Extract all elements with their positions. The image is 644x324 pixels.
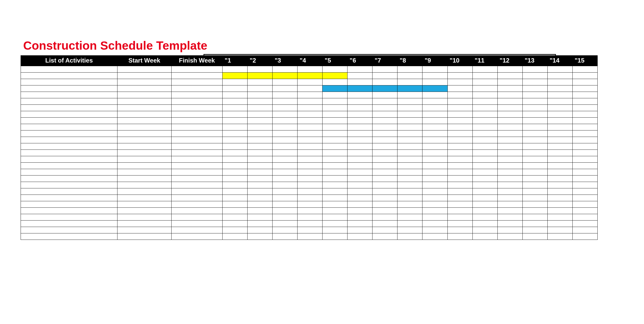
start-week-cell[interactable]	[117, 214, 172, 221]
week-cell[interactable]	[298, 79, 323, 85]
week-cell[interactable]	[298, 169, 323, 176]
finish-week-cell[interactable]	[171, 137, 223, 143]
activity-cell[interactable]	[21, 214, 117, 221]
week-cell[interactable]	[248, 163, 273, 169]
week-cell[interactable]	[497, 176, 522, 182]
week-cell[interactable]	[323, 156, 348, 163]
week-cell[interactable]	[223, 105, 248, 111]
week-cell[interactable]	[497, 208, 522, 214]
week-cell[interactable]	[397, 176, 422, 182]
week-cell[interactable]	[248, 79, 273, 85]
week-cell[interactable]	[348, 208, 372, 214]
week-cell[interactable]	[372, 221, 397, 227]
week-cell[interactable]	[522, 137, 547, 143]
week-cell[interactable]	[298, 124, 323, 130]
week-cell[interactable]	[372, 227, 397, 233]
start-week-cell[interactable]	[117, 118, 172, 124]
activity-cell[interactable]	[21, 105, 117, 111]
week-cell[interactable]	[223, 214, 248, 221]
week-cell[interactable]	[397, 227, 422, 233]
week-cell[interactable]	[323, 150, 348, 156]
week-cell[interactable]	[422, 208, 447, 214]
activity-cell[interactable]	[21, 73, 117, 79]
week-cell[interactable]	[447, 66, 472, 73]
activity-cell[interactable]	[21, 221, 117, 227]
start-week-cell[interactable]	[117, 137, 172, 143]
week-cell[interactable]	[298, 150, 323, 156]
week-cell[interactable]	[248, 233, 273, 240]
week-cell[interactable]	[323, 176, 348, 182]
week-cell[interactable]	[273, 124, 298, 130]
week-cell[interactable]	[223, 143, 248, 150]
week-cell[interactable]	[547, 98, 572, 105]
week-cell[interactable]	[273, 176, 298, 182]
finish-week-cell[interactable]	[171, 169, 223, 176]
week-cell[interactable]	[323, 163, 348, 169]
week-cell[interactable]	[472, 150, 497, 156]
week-cell[interactable]	[348, 221, 372, 227]
week-cell[interactable]	[472, 124, 497, 130]
week-cell[interactable]	[372, 98, 397, 105]
start-week-cell[interactable]	[117, 85, 172, 92]
gantt-bar-cell[interactable]	[223, 73, 248, 79]
week-cell[interactable]	[472, 85, 497, 92]
week-cell[interactable]	[298, 105, 323, 111]
finish-week-cell[interactable]	[171, 66, 223, 73]
week-cell[interactable]	[348, 66, 372, 73]
week-cell[interactable]	[273, 130, 298, 137]
week-cell[interactable]	[372, 105, 397, 111]
week-cell[interactable]	[397, 124, 422, 130]
week-cell[interactable]	[572, 221, 597, 227]
week-cell[interactable]	[572, 169, 597, 176]
week-cell[interactable]	[372, 188, 397, 195]
week-cell[interactable]	[298, 233, 323, 240]
week-cell[interactable]	[447, 188, 472, 195]
week-cell[interactable]	[397, 73, 422, 79]
finish-week-cell[interactable]	[171, 98, 223, 105]
week-cell[interactable]	[447, 92, 472, 98]
gantt-bar-cell[interactable]	[422, 85, 447, 92]
week-cell[interactable]	[572, 79, 597, 85]
week-cell[interactable]	[497, 118, 522, 124]
week-cell[interactable]	[348, 169, 372, 176]
week-cell[interactable]	[572, 227, 597, 233]
week-cell[interactable]	[422, 195, 447, 201]
week-cell[interactable]	[572, 182, 597, 188]
week-cell[interactable]	[472, 79, 497, 85]
week-cell[interactable]	[273, 143, 298, 150]
week-cell[interactable]	[397, 150, 422, 156]
week-cell[interactable]	[273, 85, 298, 92]
week-cell[interactable]	[348, 143, 372, 150]
week-cell[interactable]	[472, 137, 497, 143]
week-cell[interactable]	[298, 156, 323, 163]
week-cell[interactable]	[323, 79, 348, 85]
week-cell[interactable]	[223, 233, 248, 240]
week-cell[interactable]	[273, 98, 298, 105]
week-cell[interactable]	[372, 169, 397, 176]
week-cell[interactable]	[248, 227, 273, 233]
week-cell[interactable]	[372, 111, 397, 118]
week-cell[interactable]	[472, 176, 497, 182]
week-cell[interactable]	[522, 188, 547, 195]
week-cell[interactable]	[397, 182, 422, 188]
week-cell[interactable]	[472, 221, 497, 227]
week-cell[interactable]	[372, 201, 397, 208]
activity-cell[interactable]	[21, 169, 117, 176]
week-cell[interactable]	[522, 124, 547, 130]
week-cell[interactable]	[397, 105, 422, 111]
week-cell[interactable]	[447, 118, 472, 124]
week-cell[interactable]	[522, 143, 547, 150]
week-cell[interactable]	[497, 156, 522, 163]
week-cell[interactable]	[348, 105, 372, 111]
week-cell[interactable]	[248, 124, 273, 130]
week-cell[interactable]	[397, 201, 422, 208]
week-cell[interactable]	[447, 214, 472, 221]
week-cell[interactable]	[472, 201, 497, 208]
activity-cell[interactable]	[21, 201, 117, 208]
week-cell[interactable]	[223, 92, 248, 98]
week-cell[interactable]	[497, 195, 522, 201]
week-cell[interactable]	[522, 233, 547, 240]
week-cell[interactable]	[248, 201, 273, 208]
week-cell[interactable]	[372, 195, 397, 201]
week-cell[interactable]	[572, 105, 597, 111]
